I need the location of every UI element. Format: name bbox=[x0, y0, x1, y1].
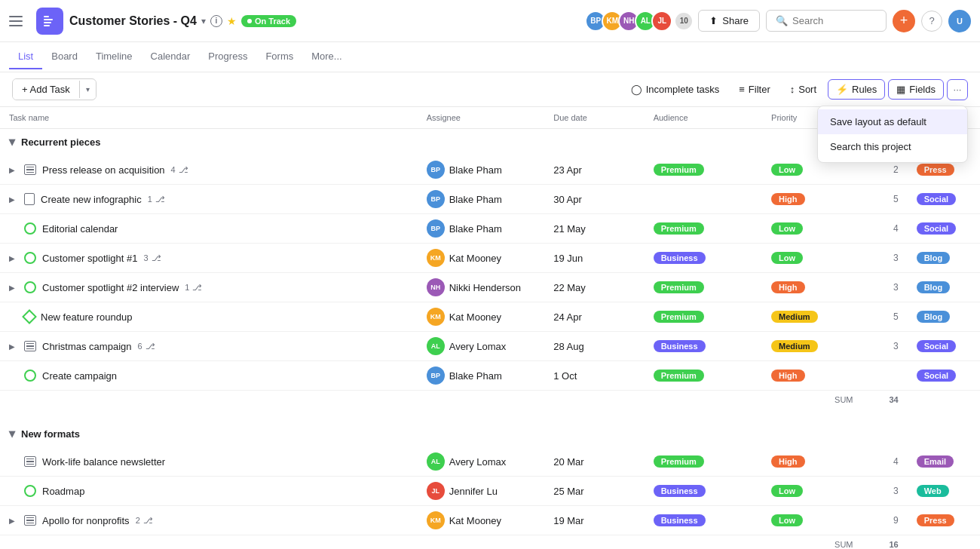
assignee-name: Avery Lomax bbox=[449, 341, 507, 352]
svg-rect-3 bbox=[44, 25, 50, 26]
tag-badge: Press bbox=[917, 514, 954, 526]
tab-timeline[interactable]: Timeline bbox=[87, 44, 142, 69]
sum-label: SUM bbox=[762, 535, 862, 550]
fields-button[interactable]: ▦ Fields bbox=[888, 79, 944, 100]
incomplete-icon: ◯ bbox=[631, 84, 642, 95]
subtask-icon: ⎇ bbox=[192, 283, 202, 293]
info-icon[interactable]: i bbox=[210, 15, 222, 27]
task-num-cell: 5 bbox=[862, 302, 908, 332]
tab-more[interactable]: More... bbox=[302, 44, 351, 69]
task-name[interactable]: Christmas campaign bbox=[42, 341, 132, 352]
toolbar: + Add Task ▾ ◯ Incomplete tasks ≡ Filter… bbox=[0, 72, 980, 107]
priority-badge: High bbox=[771, 370, 804, 382]
more-options-button[interactable]: ··· bbox=[947, 79, 968, 100]
priority-badge: Low bbox=[771, 514, 803, 526]
table-row: ▶ Customer spotlight #2 interview 1 ⎇ NH… bbox=[0, 273, 980, 302]
fields-label: Fields bbox=[909, 84, 936, 95]
subtask-icon: ⎇ bbox=[143, 516, 153, 526]
task-status-icon[interactable] bbox=[24, 370, 36, 382]
assignee-name: Kat Mooney bbox=[449, 253, 501, 264]
task-name-cell: ▶ Customer spotlight #1 3 ⎇ bbox=[0, 244, 418, 273]
due-date: 25 Mar bbox=[553, 486, 583, 497]
status-dot bbox=[247, 19, 252, 23]
task-name[interactable]: Create new infographic bbox=[41, 194, 142, 205]
task-name[interactable]: Apollo for nonprofits bbox=[42, 515, 130, 526]
table-row: New feature roundup KM Kat Mooney 24 Apr… bbox=[0, 302, 980, 332]
table-row: Work-life balance newsletter AL Avery Lo… bbox=[0, 447, 980, 477]
share-button[interactable]: ⬆ Share bbox=[698, 10, 760, 32]
assignee-avatar: AL bbox=[427, 452, 445, 471]
audience-badge: Business bbox=[654, 485, 706, 497]
add-button[interactable]: + bbox=[893, 10, 915, 32]
task-name[interactable]: New feature roundup bbox=[41, 311, 132, 323]
task-name[interactable]: Work-life balance newsletter bbox=[42, 456, 165, 468]
assignee-name: Kat Mooney bbox=[449, 311, 501, 323]
task-status-icon[interactable] bbox=[24, 485, 36, 497]
tab-forms[interactable]: Forms bbox=[256, 44, 302, 69]
expand-icon[interactable]: ▶ bbox=[9, 254, 18, 262]
task-name[interactable]: Editorial calendar bbox=[42, 223, 118, 235]
section-chevron-icon[interactable]: ▶ bbox=[8, 140, 17, 146]
task-name-cell: New feature roundup bbox=[0, 302, 418, 332]
assignee-name: Blake Pham bbox=[449, 223, 502, 235]
help-button[interactable]: ? bbox=[921, 11, 942, 32]
task-name[interactable]: Customer spotlight #1 bbox=[42, 253, 137, 264]
expand-icon[interactable]: ▶ bbox=[9, 284, 18, 292]
search-box[interactable]: 🔍 bbox=[766, 10, 887, 32]
incomplete-tasks-button[interactable]: ◯ Incomplete tasks bbox=[623, 79, 728, 100]
search-input[interactable] bbox=[792, 15, 877, 26]
assignee-avatar: BP bbox=[427, 367, 445, 385]
dropdown-item-save-layout[interactable]: Save layout as default bbox=[818, 109, 967, 134]
sum-empty bbox=[0, 535, 762, 550]
task-name[interactable]: Customer spotlight #2 interview bbox=[42, 282, 179, 293]
app-icon bbox=[36, 8, 63, 35]
hamburger-menu[interactable] bbox=[9, 11, 30, 32]
assignee-avatar: KM bbox=[427, 249, 445, 267]
add-task-button[interactable]: + Add Task bbox=[13, 79, 79, 100]
audience-badge: Premium bbox=[654, 455, 704, 468]
sort-button[interactable]: ↕ Sort bbox=[782, 79, 825, 100]
add-task-chevron-icon[interactable]: ▾ bbox=[79, 81, 96, 98]
tag-badge: Social bbox=[917, 222, 956, 235]
incomplete-tasks-label: Incomplete tasks bbox=[646, 84, 720, 95]
star-icon[interactable]: ★ bbox=[227, 15, 237, 27]
expand-icon[interactable]: ▶ bbox=[9, 195, 18, 204]
filter-button[interactable]: ≡ Filter bbox=[730, 79, 778, 100]
tab-progress[interactable]: Progress bbox=[199, 44, 256, 69]
due-date: 1 Oct bbox=[553, 370, 577, 382]
task-audience-cell: Business bbox=[645, 506, 762, 535]
expand-icon[interactable]: ▶ bbox=[9, 517, 18, 525]
col-header-assignee: Assignee bbox=[418, 107, 545, 129]
user-avatar[interactable]: U bbox=[948, 10, 971, 32]
add-task-button-group: + Add Task ▾ bbox=[12, 78, 96, 100]
tab-board[interactable]: Board bbox=[42, 44, 87, 69]
task-audience-cell: Premium bbox=[645, 447, 762, 477]
task-name-cell: ▶ Christmas campaign 6 ⎇ bbox=[0, 332, 418, 361]
task-name[interactable]: Create campaign bbox=[42, 370, 117, 382]
expand-icon[interactable]: ▶ bbox=[9, 166, 18, 174]
task-assignee-cell: JL Jennifer Lu bbox=[418, 477, 545, 506]
expand-icon[interactable]: ▶ bbox=[9, 342, 18, 351]
toolbar-right: ◯ Incomplete tasks ≡ Filter ↕ Sort ⚡ Rul… bbox=[623, 79, 968, 100]
task-name[interactable]: Roadmap bbox=[42, 486, 84, 497]
tab-calendar[interactable]: Calendar bbox=[142, 44, 200, 69]
tab-list[interactable]: List bbox=[9, 44, 42, 69]
priority-badge: High bbox=[771, 455, 804, 468]
task-priority-cell: Low bbox=[762, 214, 862, 244]
task-priority-cell: Medium bbox=[762, 302, 862, 332]
task-audience-cell: Business bbox=[645, 332, 762, 361]
assignee-name: Blake Pham bbox=[449, 194, 502, 205]
task-name[interactable]: Press release on acquisition bbox=[42, 164, 165, 176]
rules-button[interactable]: ⚡ Rules bbox=[828, 79, 885, 100]
task-status-icon[interactable] bbox=[24, 252, 36, 264]
dropdown-item-search-project[interactable]: Search this project bbox=[818, 134, 967, 159]
task-num-cell: 3 bbox=[862, 244, 908, 273]
task-status-icon[interactable] bbox=[24, 281, 36, 293]
task-status-icon[interactable] bbox=[24, 222, 36, 235]
task-assignee-cell: BP Blake Pham bbox=[418, 361, 545, 391]
subtask-meta: 4 ⎇ bbox=[171, 165, 188, 175]
task-tag-cell: Email bbox=[908, 447, 980, 477]
avatar-count: 10 bbox=[675, 13, 692, 29]
section-chevron-icon[interactable]: ▶ bbox=[8, 431, 17, 437]
title-chevron-icon[interactable]: ▾ bbox=[201, 16, 206, 26]
